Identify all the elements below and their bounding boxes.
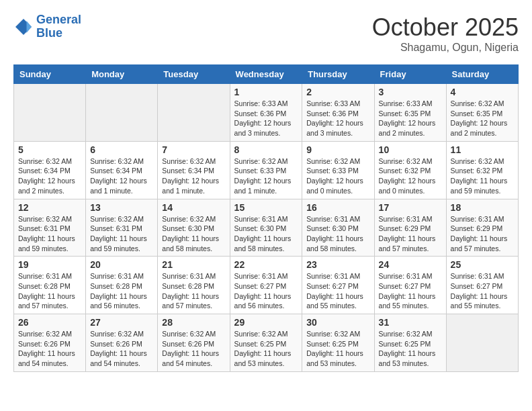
day-info: Sunrise: 6:33 AMSunset: 6:36 PMDaylight:… <box>306 99 369 138</box>
day-number: 10 <box>379 144 442 155</box>
day-number: 27 <box>90 317 153 328</box>
page-header: General Blue October 2025 Shagamu, Ogun,… <box>13 13 519 54</box>
day-number: 9 <box>306 144 369 155</box>
calendar-cell: 21Sunrise: 6:31 AMSunset: 6:28 PMDayligh… <box>158 257 230 314</box>
calendar-cell: 20Sunrise: 6:31 AMSunset: 6:28 PMDayligh… <box>86 257 158 314</box>
day-info: Sunrise: 6:32 AMSunset: 6:31 PMDaylight:… <box>18 214 81 254</box>
day-number: 14 <box>162 202 225 213</box>
header-friday: Friday <box>374 65 446 84</box>
calendar-week-3: 12Sunrise: 6:32 AMSunset: 6:31 PMDayligh… <box>14 199 519 257</box>
day-info: Sunrise: 6:32 AMSunset: 6:33 PMDaylight:… <box>306 156 369 196</box>
day-number: 19 <box>18 259 81 270</box>
calendar-cell: 24Sunrise: 6:31 AMSunset: 6:27 PMDayligh… <box>374 257 446 314</box>
calendar-week-2: 5Sunrise: 6:32 AMSunset: 6:34 PMDaylight… <box>14 141 519 199</box>
day-number: 18 <box>451 202 514 213</box>
day-info: Sunrise: 6:32 AMSunset: 6:25 PMDaylight:… <box>379 329 442 369</box>
day-number: 11 <box>451 144 514 155</box>
calendar-header: SundayMondayTuesdayWednesdayThursdayFrid… <box>14 65 519 84</box>
calendar-cell: 31Sunrise: 6:32 AMSunset: 6:25 PMDayligh… <box>374 314 446 372</box>
logo-icon <box>13 17 34 37</box>
calendar-table: SundayMondayTuesdayWednesdayThursdayFrid… <box>13 64 519 372</box>
calendar-week-5: 26Sunrise: 6:32 AMSunset: 6:26 PMDayligh… <box>14 314 519 372</box>
day-info: Sunrise: 6:31 AMSunset: 6:27 PMDaylight:… <box>379 271 442 311</box>
header-sunday: Sunday <box>14 65 86 84</box>
day-info: Sunrise: 6:31 AMSunset: 6:27 PMDaylight:… <box>451 271 514 311</box>
day-info: Sunrise: 6:32 AMSunset: 6:26 PMDaylight:… <box>90 329 153 369</box>
day-number: 28 <box>162 317 225 328</box>
title-block: October 2025 Shagamu, Ogun, Nigeria <box>372 13 519 54</box>
day-info: Sunrise: 6:31 AMSunset: 6:27 PMDaylight:… <box>306 271 369 311</box>
logo: General Blue <box>13 13 81 40</box>
calendar-cell: 17Sunrise: 6:31 AMSunset: 6:29 PMDayligh… <box>374 199 446 257</box>
day-info: Sunrise: 6:32 AMSunset: 6:25 PMDaylight:… <box>234 329 298 369</box>
calendar-cell: 6Sunrise: 6:32 AMSunset: 6:34 PMDaylight… <box>86 141 158 199</box>
calendar-cell <box>14 84 86 142</box>
day-number: 20 <box>90 259 153 270</box>
day-number: 25 <box>451 259 514 270</box>
calendar-cell: 16Sunrise: 6:31 AMSunset: 6:30 PMDayligh… <box>302 199 374 257</box>
calendar-cell: 25Sunrise: 6:31 AMSunset: 6:27 PMDayligh… <box>446 257 518 314</box>
day-number: 15 <box>234 202 298 213</box>
day-info: Sunrise: 6:32 AMSunset: 6:35 PMDaylight:… <box>451 99 514 138</box>
day-info: Sunrise: 6:31 AMSunset: 6:28 PMDaylight:… <box>90 271 153 311</box>
header-tuesday: Tuesday <box>158 65 230 84</box>
calendar-cell: 4Sunrise: 6:32 AMSunset: 6:35 PMDaylight… <box>446 84 518 142</box>
day-info: Sunrise: 6:31 AMSunset: 6:28 PMDaylight:… <box>162 271 225 311</box>
day-info: Sunrise: 6:31 AMSunset: 6:30 PMDaylight:… <box>306 214 369 254</box>
calendar-week-4: 19Sunrise: 6:31 AMSunset: 6:28 PMDayligh… <box>14 257 519 314</box>
day-number: 13 <box>90 202 153 213</box>
day-number: 4 <box>451 87 514 97</box>
day-number: 29 <box>234 317 298 328</box>
calendar-week-1: 1Sunrise: 6:33 AMSunset: 6:36 PMDaylight… <box>14 84 519 142</box>
calendar-cell: 19Sunrise: 6:31 AMSunset: 6:28 PMDayligh… <box>14 257 86 314</box>
calendar-cell: 26Sunrise: 6:32 AMSunset: 6:26 PMDayligh… <box>14 314 86 372</box>
calendar-cell: 10Sunrise: 6:32 AMSunset: 6:32 PMDayligh… <box>374 141 446 199</box>
calendar-cell: 12Sunrise: 6:32 AMSunset: 6:31 PMDayligh… <box>14 199 86 257</box>
calendar-cell: 15Sunrise: 6:31 AMSunset: 6:30 PMDayligh… <box>230 199 302 257</box>
calendar-cell: 8Sunrise: 6:32 AMSunset: 6:33 PMDaylight… <box>230 141 302 199</box>
day-info: Sunrise: 6:32 AMSunset: 6:26 PMDaylight:… <box>18 329 81 369</box>
month-title: October 2025 <box>372 13 519 42</box>
day-number: 3 <box>379 87 442 97</box>
header-wednesday: Wednesday <box>230 65 302 84</box>
day-info: Sunrise: 6:32 AMSunset: 6:26 PMDaylight:… <box>162 329 225 369</box>
logo-text: General Blue <box>36 13 81 40</box>
day-number: 6 <box>90 144 153 155</box>
calendar-cell: 7Sunrise: 6:32 AMSunset: 6:34 PMDaylight… <box>158 141 230 199</box>
day-info: Sunrise: 6:32 AMSunset: 6:30 PMDaylight:… <box>162 214 225 254</box>
calendar-cell <box>86 84 158 142</box>
day-info: Sunrise: 6:32 AMSunset: 6:32 PMDaylight:… <box>379 156 442 196</box>
calendar-cell: 13Sunrise: 6:32 AMSunset: 6:31 PMDayligh… <box>86 199 158 257</box>
day-number: 5 <box>18 144 81 155</box>
day-number: 24 <box>379 259 442 270</box>
day-info: Sunrise: 6:31 AMSunset: 6:27 PMDaylight:… <box>234 271 298 311</box>
day-number: 26 <box>18 317 81 328</box>
calendar-cell: 29Sunrise: 6:32 AMSunset: 6:25 PMDayligh… <box>230 314 302 372</box>
day-info: Sunrise: 6:32 AMSunset: 6:31 PMDaylight:… <box>90 214 153 254</box>
calendar-cell: 28Sunrise: 6:32 AMSunset: 6:26 PMDayligh… <box>158 314 230 372</box>
header-monday: Monday <box>86 65 158 84</box>
calendar-cell: 14Sunrise: 6:32 AMSunset: 6:30 PMDayligh… <box>158 199 230 257</box>
day-info: Sunrise: 6:32 AMSunset: 6:34 PMDaylight:… <box>90 156 153 196</box>
header-thursday: Thursday <box>302 65 374 84</box>
day-number: 17 <box>379 202 442 213</box>
calendar-cell: 30Sunrise: 6:32 AMSunset: 6:25 PMDayligh… <box>302 314 374 372</box>
day-number: 22 <box>234 259 298 270</box>
day-info: Sunrise: 6:31 AMSunset: 6:28 PMDaylight:… <box>18 271 81 311</box>
day-number: 31 <box>379 317 442 328</box>
calendar-cell: 2Sunrise: 6:33 AMSunset: 6:36 PMDaylight… <box>302 84 374 142</box>
day-info: Sunrise: 6:33 AMSunset: 6:36 PMDaylight:… <box>234 99 298 138</box>
day-number: 12 <box>18 202 81 213</box>
header-saturday: Saturday <box>446 65 518 84</box>
day-info: Sunrise: 6:32 AMSunset: 6:34 PMDaylight:… <box>18 156 81 196</box>
day-number: 21 <box>162 259 225 270</box>
day-info: Sunrise: 6:31 AMSunset: 6:30 PMDaylight:… <box>234 214 298 254</box>
day-number: 23 <box>306 259 369 270</box>
location: Shagamu, Ogun, Nigeria <box>372 42 519 54</box>
calendar-cell <box>158 84 230 142</box>
svg-marker-1 <box>27 21 32 33</box>
day-info: Sunrise: 6:32 AMSunset: 6:33 PMDaylight:… <box>234 156 298 196</box>
day-number: 8 <box>234 144 298 155</box>
calendar-cell: 11Sunrise: 6:32 AMSunset: 6:32 PMDayligh… <box>446 141 518 199</box>
calendar-cell: 27Sunrise: 6:32 AMSunset: 6:26 PMDayligh… <box>86 314 158 372</box>
